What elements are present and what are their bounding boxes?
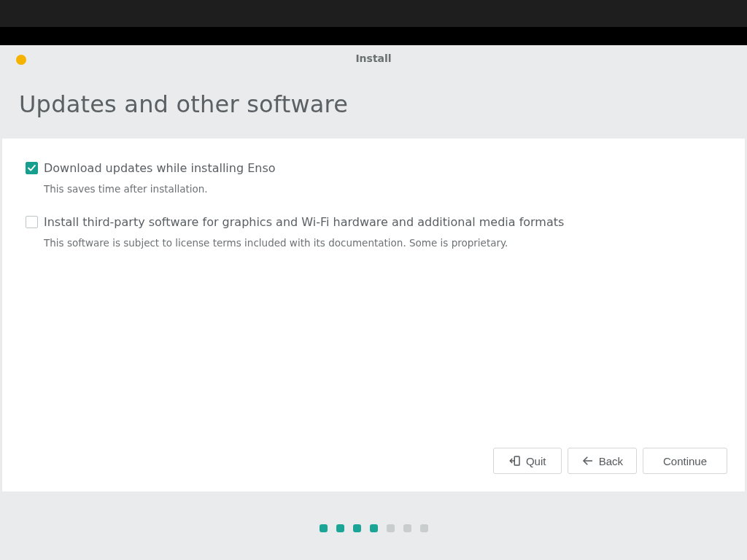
third-party-sub: This software is subject to license term… bbox=[44, 236, 724, 249]
progress-footer bbox=[0, 491, 747, 560]
download-updates-label[interactable]: Download updates while installing Enso bbox=[44, 160, 276, 176]
window-shadow-strip bbox=[0, 27, 747, 45]
arrow-left-icon bbox=[581, 454, 595, 467]
option-download-updates: Download updates while installing Enso bbox=[26, 160, 724, 176]
continue-button-label: Continue bbox=[663, 455, 707, 467]
page-header: Updates and other software bbox=[0, 64, 747, 139]
window-titlebar: Install bbox=[0, 45, 747, 64]
check-icon bbox=[26, 163, 37, 174]
step-dot-2 bbox=[336, 524, 344, 532]
page-heading: Updates and other software bbox=[19, 90, 728, 118]
option-third-party: Install third-party software for graphic… bbox=[26, 214, 724, 230]
back-button-label: Back bbox=[599, 455, 623, 467]
desktop-panel bbox=[0, 0, 747, 27]
step-dot-4 bbox=[370, 524, 378, 532]
step-dot-3 bbox=[353, 524, 361, 532]
window-title: Install bbox=[355, 52, 391, 64]
third-party-label[interactable]: Install third-party software for graphic… bbox=[44, 214, 564, 230]
download-updates-sub: This saves time after installation. bbox=[44, 182, 724, 195]
step-dot-6 bbox=[403, 524, 411, 532]
continue-button[interactable]: Continue bbox=[643, 448, 727, 474]
download-updates-checkbox[interactable] bbox=[26, 162, 38, 174]
step-dot-1 bbox=[320, 524, 328, 532]
svg-rect-0 bbox=[514, 456, 519, 465]
step-dot-5 bbox=[387, 524, 395, 532]
content-panel: Download updates while installing Enso T… bbox=[2, 139, 745, 491]
back-button[interactable]: Back bbox=[568, 448, 637, 474]
nav-button-row: Quit Back Continue bbox=[493, 448, 727, 474]
quit-button[interactable]: Quit bbox=[493, 448, 562, 474]
window-minimize-dot[interactable] bbox=[16, 55, 26, 65]
third-party-checkbox[interactable] bbox=[26, 216, 38, 228]
installer-window: Install Updates and other software Downl… bbox=[0, 45, 747, 560]
step-dot-7 bbox=[420, 524, 428, 532]
quit-button-label: Quit bbox=[526, 455, 546, 467]
logout-icon bbox=[508, 454, 522, 467]
